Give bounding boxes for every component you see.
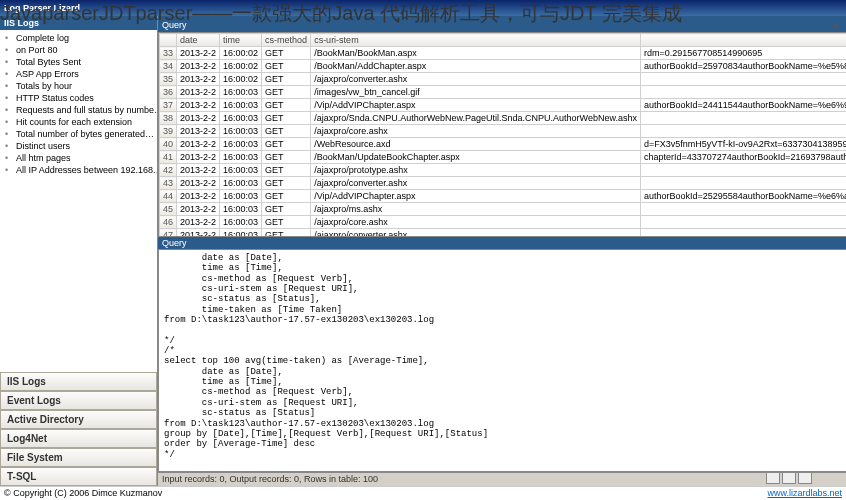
cell: 16:00:03	[220, 99, 262, 112]
table-row[interactable]: 342013-2-216:00:02GET/BookMan/AddChapter…	[160, 60, 847, 73]
toolbar-icon-1[interactable]	[766, 472, 780, 484]
table-row[interactable]: 392013-2-216:00:03GET/ajaxpro/core.ashx	[160, 125, 847, 138]
category-button-file-system[interactable]: File System	[0, 448, 157, 467]
sidebar-item-1[interactable]: on Port 80	[2, 44, 155, 56]
sidebar-item-4[interactable]: Totals by hour	[2, 80, 155, 92]
cell	[640, 177, 846, 190]
cell: 16:00:03	[220, 112, 262, 125]
col-header[interactable]: date	[177, 34, 220, 47]
table-row[interactable]: 432013-2-216:00:03GET/ajaxpro/converter.…	[160, 177, 847, 190]
sidebar-item-5[interactable]: HTTP Status codes	[2, 92, 155, 104]
cell	[640, 125, 846, 138]
sidebar-tree: Complete logon Port 80Total Bytes SentAS…	[0, 30, 157, 372]
sidebar-item-0[interactable]: Complete log	[2, 32, 155, 44]
cell: 2013-2-2	[177, 60, 220, 73]
cell: GET	[262, 229, 311, 238]
toolbar-icon-2[interactable]	[782, 472, 796, 484]
copyright-icon: ©	[4, 488, 11, 499]
table-row[interactable]: 352013-2-216:00:02GET/ajaxpro/converter.…	[160, 73, 847, 86]
cell: 16:00:03	[220, 151, 262, 164]
cell: 2013-2-2	[177, 138, 220, 151]
cell: 34	[160, 60, 177, 73]
table-row[interactable]: 472013-2-216:00:03GET/ajaxpro/converter.…	[160, 229, 847, 238]
cell: GET	[262, 47, 311, 60]
cell	[640, 203, 846, 216]
cell: 16:00:03	[220, 190, 262, 203]
footer-link[interactable]: www.lizardlabs.net	[767, 488, 842, 499]
table-row[interactable]: 422013-2-216:00:03GET/ajaxpro/prototype.…	[160, 164, 847, 177]
cell: 2013-2-2	[177, 229, 220, 238]
cell: 39	[160, 125, 177, 138]
lower-query-header: Query □	[158, 237, 846, 249]
table-row[interactable]: 442013-2-216:00:03GET/Vip/AddVIPChapter.…	[160, 190, 847, 203]
cell: 16:00:02	[220, 60, 262, 73]
close-icon[interactable]: ✕	[831, 20, 840, 33]
sidebar-item-8[interactable]: Total number of bytes generated…	[2, 128, 155, 140]
cell: 38	[160, 112, 177, 125]
cell: GET	[262, 164, 311, 177]
cell: 46	[160, 216, 177, 229]
sidebar-item-7[interactable]: Hit counts for each extension	[2, 116, 155, 128]
category-button-t-sql[interactable]: T-SQL	[0, 467, 157, 486]
table-row[interactable]: 402013-2-216:00:03GET/WebResource.axdd=F…	[160, 138, 847, 151]
cell: authorBookId=24411544authorBookName=%e6%…	[640, 99, 846, 112]
cell: 2013-2-2	[177, 164, 220, 177]
table-row[interactable]: 452013-2-216:00:03GET/ajaxpro/ms.ashx	[160, 203, 847, 216]
cell: 35	[160, 73, 177, 86]
sidebar-item-6[interactable]: Requests and full status by numbe…	[2, 104, 155, 116]
cell: GET	[262, 60, 311, 73]
sidebar-item-2[interactable]: Total Bytes Sent	[2, 56, 155, 68]
cell: 42	[160, 164, 177, 177]
cell: GET	[262, 73, 311, 86]
category-button-log4net[interactable]: Log4Net	[0, 429, 157, 448]
col-header[interactable]	[640, 34, 846, 47]
lower-query-title: Query	[162, 238, 187, 248]
cell: chapterId=433707274authorBookId=21693798…	[640, 151, 846, 164]
col-header[interactable]: cs-method	[262, 34, 311, 47]
cell: 16:00:03	[220, 216, 262, 229]
sidebar-item-9[interactable]: Distinct users	[2, 140, 155, 152]
cell: /Vip/AddVIPChapter.aspx	[311, 99, 641, 112]
cell: /ajaxpro/ms.ashx	[311, 203, 641, 216]
cell: 16:00:03	[220, 177, 262, 190]
cell: GET	[262, 86, 311, 99]
cell: 44	[160, 190, 177, 203]
col-header[interactable]: time	[220, 34, 262, 47]
cell: GET	[262, 216, 311, 229]
table-row[interactable]: 382013-2-216:00:03GET/ajaxpro/Snda.CNPU.…	[160, 112, 847, 125]
cell: GET	[262, 151, 311, 164]
toolbar-icon-3[interactable]	[798, 472, 812, 484]
cell: /WebResource.axd	[311, 138, 641, 151]
sql-editor[interactable]: date as [Date], time as [Time], cs-metho…	[158, 249, 846, 472]
cell: 16:00:03	[220, 138, 262, 151]
sidebar-item-10[interactable]: All htm pages	[2, 152, 155, 164]
category-button-event-logs[interactable]: Event Logs	[0, 391, 157, 410]
table-row[interactable]: 462013-2-216:00:03GET/ajaxpro/core.ashx	[160, 216, 847, 229]
cell: 2013-2-2	[177, 86, 220, 99]
window-title: Log Parser Lizard	[4, 3, 80, 13]
table-row[interactable]: 362013-2-216:00:03GET/images/vw_btn_canc…	[160, 86, 847, 99]
sidebar-item-11[interactable]: All IP Addresses between 192.168.…	[2, 164, 155, 176]
cell: 2013-2-2	[177, 177, 220, 190]
category-button-iis-logs[interactable]: IIS Logs	[0, 372, 157, 391]
category-button-active-directory[interactable]: Active Directory	[0, 410, 157, 429]
footer: © Copyright (C) 2006 Dimce Kuzmanov www.…	[0, 486, 846, 500]
results-grid[interactable]: datetimecs-methodcs-uri-stem332013-2-216…	[158, 32, 846, 237]
table-row[interactable]: 412013-2-216:00:03GET/BookMan/UpdateBook…	[160, 151, 847, 164]
cell	[640, 216, 846, 229]
cell: 47	[160, 229, 177, 238]
status-bar: Input records: 0, Output records: 0, Row…	[158, 472, 846, 486]
sidebar-item-3[interactable]: ASP App Errors	[2, 68, 155, 80]
cell: 36	[160, 86, 177, 99]
cell: 37	[160, 99, 177, 112]
table-row[interactable]: 372013-2-216:00:03GET/Vip/AddVIPChapter.…	[160, 99, 847, 112]
table-row[interactable]: 332013-2-216:00:02GET/BookMan/BookMan.as…	[160, 47, 847, 60]
cell: rdm=0.291567708514990695	[640, 47, 846, 60]
col-header[interactable]	[160, 34, 177, 47]
cell: /BookMan/UpdateBookChapter.aspx	[311, 151, 641, 164]
col-header[interactable]: cs-uri-stem	[311, 34, 641, 47]
cell: 40	[160, 138, 177, 151]
cell: 2013-2-2	[177, 190, 220, 203]
cell: 43	[160, 177, 177, 190]
cell: /images/vw_btn_cancel.gif	[311, 86, 641, 99]
